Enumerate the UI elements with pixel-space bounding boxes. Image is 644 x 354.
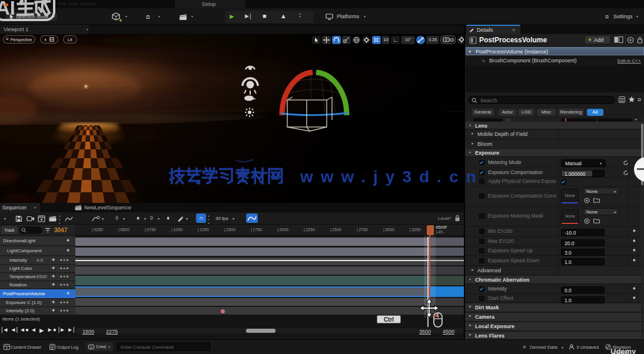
svg-text:AI: AI xyxy=(0,0,15,19)
